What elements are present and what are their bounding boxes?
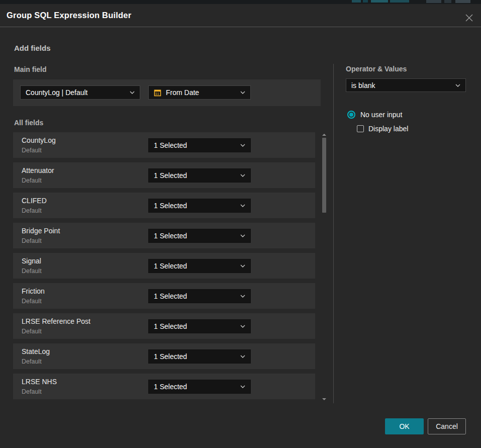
field-selection-value: 1 Selected <box>154 171 187 180</box>
chevron-down-icon <box>240 264 245 267</box>
field-type: Default <box>22 237 42 244</box>
field-row: CountyLog Default 1 Selected <box>13 132 315 158</box>
operator-select-value: is blank <box>351 81 375 89</box>
field-type: Default <box>22 388 42 395</box>
field-selection-value: 1 Selected <box>154 232 187 240</box>
field-row: LRSE Reference Post Default 1 Selected <box>13 313 315 339</box>
background-fragment <box>426 0 441 3</box>
all-fields-label: All fields <box>14 119 43 127</box>
operator-values-label: Operator & Values <box>346 65 407 73</box>
field-name: StateLog <box>22 347 50 355</box>
field-row: CLIFED Default 1 Selected <box>13 193 315 218</box>
field-selection-value: 1 Selected <box>154 292 187 300</box>
field-name: LRSE Reference Post <box>22 317 90 325</box>
background-fragment <box>455 0 470 3</box>
field-type: Default <box>22 207 42 214</box>
field-row: StateLog Default 1 Selected <box>13 343 315 369</box>
no-user-input-label: No user input <box>360 111 402 119</box>
chevron-down-icon <box>240 174 245 177</box>
scrollbar-up-arrow-icon[interactable] <box>322 134 326 136</box>
add-fields-heading: Add fields <box>14 44 51 52</box>
display-label-label: Display label <box>368 125 408 133</box>
field-selection-value: 1 Selected <box>154 322 187 330</box>
field-selection-select[interactable]: 1 Selected <box>148 349 251 364</box>
cancel-button[interactable]: Cancel <box>428 418 466 434</box>
field-name: Attenuator <box>22 166 54 174</box>
field-selection-select[interactable]: 1 Selected <box>148 229 251 243</box>
field-type: Default <box>22 358 42 365</box>
field-selection-select[interactable]: 1 Selected <box>148 199 251 213</box>
field-type: Default <box>22 298 42 305</box>
field-selection-select[interactable]: 1 Selected <box>148 380 251 394</box>
field-selection-select[interactable]: 1 Selected <box>148 259 251 273</box>
chevron-down-icon <box>240 234 245 237</box>
chevron-down-icon <box>240 91 245 94</box>
field-type: Default <box>22 177 42 184</box>
field-selection-select[interactable]: 1 Selected <box>148 168 251 183</box>
field-name: Signal <box>22 257 41 265</box>
background-fragment <box>352 0 361 3</box>
field-name: CLIFED <box>22 197 47 205</box>
field-name: CountyLog <box>22 136 56 144</box>
field-selection-value: 1 Selected <box>154 262 187 270</box>
chevron-down-icon <box>240 325 245 328</box>
radio-selected-icon[interactable] <box>347 111 355 119</box>
field-row: Attenuator Default 1 Selected <box>13 162 315 188</box>
background-fragment <box>363 0 368 3</box>
field-selection-select[interactable]: 1 Selected <box>148 138 251 152</box>
main-field-layer-select[interactable]: CountyLog | Default <box>20 85 140 100</box>
main-field-label: Main field <box>14 65 47 73</box>
chevron-down-icon <box>130 91 135 94</box>
dialog-titlebar: Group SQL Expression Builder <box>0 4 481 27</box>
no-user-input-option[interactable]: No user input <box>347 111 402 119</box>
main-field-field-select[interactable]: From Date <box>148 85 251 100</box>
field-row: LRSE NHS Default 1 Selected <box>13 374 315 399</box>
field-selection-value: 1 Selected <box>154 141 187 149</box>
field-selection-value: 1 Selected <box>154 202 187 210</box>
field-name: Friction <box>22 287 45 295</box>
close-icon[interactable] <box>464 13 474 23</box>
group-sql-expression-builder-dialog: Group SQL Expression Builder Add fields … <box>0 0 481 448</box>
scrollbar-down-arrow-icon[interactable] <box>322 398 326 400</box>
background-app-strip <box>0 0 481 4</box>
main-field-layer-select-value: CountyLog | Default <box>26 88 88 97</box>
checkbox-unchecked-icon[interactable] <box>357 125 364 132</box>
background-fragment <box>371 0 388 3</box>
scrollbar-thumb[interactable] <box>322 138 326 213</box>
chevron-down-icon <box>240 355 245 358</box>
field-row: Signal Default 1 Selected <box>13 253 315 279</box>
field-type: Default <box>22 147 42 154</box>
background-fragment <box>390 0 409 3</box>
field-name: Bridge Point <box>22 227 60 235</box>
field-type: Default <box>22 267 42 275</box>
background-fragment <box>444 0 451 3</box>
ok-button[interactable]: OK <box>385 418 424 434</box>
chevron-down-icon <box>240 295 245 298</box>
field-selection-select[interactable]: 1 Selected <box>148 319 251 333</box>
chevron-down-icon <box>240 385 245 388</box>
operator-select[interactable]: is blank <box>346 78 466 92</box>
field-selection-select[interactable]: 1 Selected <box>148 289 251 303</box>
calendar-icon <box>154 89 161 97</box>
chevron-down-icon <box>240 204 245 207</box>
main-field-field-select-value: From Date <box>166 88 199 97</box>
panel-divider <box>333 64 334 403</box>
field-row: Bridge Point Default 1 Selected <box>13 223 315 248</box>
field-name: LRSE NHS <box>22 378 57 386</box>
chevron-down-icon <box>240 144 245 147</box>
field-row: Friction Default 1 Selected <box>13 283 315 309</box>
dialog-title: Group SQL Expression Builder <box>7 11 131 20</box>
field-type: Default <box>22 328 42 335</box>
field-selection-value: 1 Selected <box>154 383 187 391</box>
display-label-option[interactable]: Display label <box>357 125 408 133</box>
field-selection-value: 1 Selected <box>154 352 187 361</box>
chevron-down-icon <box>455 84 460 87</box>
